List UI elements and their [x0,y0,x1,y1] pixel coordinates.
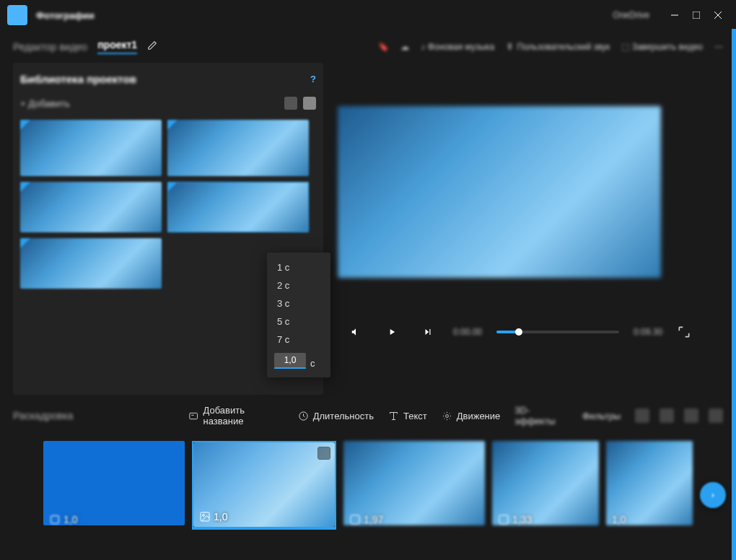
view-list-icon[interactable] [303,97,316,110]
3d-effects-button[interactable]: 3D-эффекты [514,405,568,426]
edit-name-icon[interactable] [147,40,157,53]
clip-duration: 1,33 [512,514,532,525]
toolbar-bookmark-icon[interactable]: 🔖 [378,42,389,52]
duration-button[interactable]: Длительность [298,411,374,421]
more-menu-icon[interactable]: ⋯ [714,42,723,52]
library-thumb-selected[interactable] [167,182,309,232]
fullscreen-icon[interactable] [677,325,691,339]
menu-finish-video[interactable]: ⬚ Завершить видео [621,42,703,52]
onedrive-status[interactable]: OneDrive [613,10,649,20]
svg-point-10 [203,515,205,517]
timeline-clip-selected[interactable]: 1,0 [192,441,336,530]
library-thumb[interactable] [20,120,162,176]
svg-rect-11 [351,515,359,524]
close-button[interactable] [707,4,729,26]
editor-label: Редактор видео [13,41,87,53]
time-current: 0:00.00 [453,327,482,337]
audio-button[interactable] [345,321,367,343]
motion-button[interactable]: Движение [442,411,501,421]
project-name[interactable]: проект1 [97,39,137,54]
timeline-more-icon[interactable] [709,408,723,423]
next-frame-button[interactable] [417,321,439,343]
timeline-clip[interactable]: 1,33 [492,441,599,530]
clip-duration: 1,0 [214,511,227,522]
duration-option[interactable]: 5 с [267,312,330,331]
video-preview [338,106,661,278]
play-button[interactable] [381,321,403,343]
library-help-icon[interactable]: ? [310,74,316,84]
library-thumb[interactable] [20,182,162,232]
timeline-icon-1[interactable] [635,408,649,423]
library-thumb[interactable] [167,120,309,176]
duration-option[interactable]: 3 с [267,294,330,312]
clip-checkbox[interactable] [317,447,330,460]
filters-button[interactable]: Фильтры [582,411,621,421]
duration-option[interactable]: 1 с [267,258,330,276]
timeline-icon-3[interactable] [684,408,698,423]
menu-bg-music[interactable]: ♪ Фоновая музыка [421,42,494,52]
clip-duration: 1,0 [612,514,626,525]
text-button[interactable]: Текст [388,411,427,421]
duration-option[interactable]: 7 с [267,331,330,349]
duration-context-menu: 1 с 2 с 3 с 5 с 7 с с [267,253,330,377]
seek-bar[interactable] [496,331,619,333]
add-media-button[interactable]: + Добавить [20,98,70,109]
timeline-clip[interactable]: 1,0 [43,441,185,530]
toolbar-cloud-icon[interactable]: ☁ [400,42,409,52]
minimize-button[interactable] [664,4,685,26]
timeline-clip[interactable]: 1,97 [343,441,485,530]
library-title: Библиотека проектов [20,73,136,85]
svg-rect-1 [693,12,700,19]
menu-custom-audio[interactable]: 🎙 Пользовательский звук [506,42,610,52]
timeline-icon-2[interactable] [660,408,674,423]
add-title-button[interactable]: Добавить название [188,405,283,426]
time-total: 0:09.30 [634,327,662,337]
right-accent [732,29,736,560]
library-thumb[interactable] [20,238,162,289]
duration-custom-input[interactable] [274,353,306,367]
timeline-clip[interactable]: 1,0 [606,441,693,530]
clip-duration: 1,0 [63,514,77,525]
timeline-scroll-right[interactable]: › [700,482,726,508]
svg-rect-12 [499,515,508,524]
svg-rect-4 [190,413,198,419]
clip-duration: 1,97 [364,514,383,525]
svg-rect-8 [51,516,59,524]
duration-unit-label: с [310,358,315,369]
duration-option[interactable]: 2 с [267,276,330,294]
maximize-button[interactable] [685,4,707,26]
app-name: Фотографии [36,10,95,21]
svg-point-7 [445,414,448,417]
view-grid-icon[interactable] [284,97,297,110]
app-logo [7,5,27,25]
storyboard-label: Раскадровка [13,410,73,421]
